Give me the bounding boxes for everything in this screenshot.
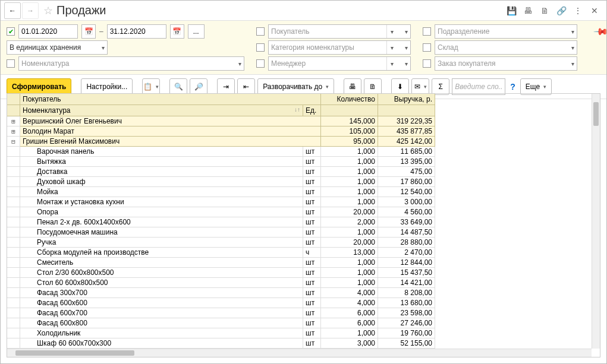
row-rev: 15 437,50 [378,268,435,278]
tree-line [7,258,20,268]
row-name[interactable]: Мойка [20,187,303,197]
row-unit: шт [303,278,321,288]
save-icon[interactable]: 💾 [505,4,518,17]
row-name[interactable]: Пенал 2-х дв. 600х1400х600 [20,217,303,227]
date-to-input[interactable] [107,24,166,39]
col-qty[interactable]: Количество [321,94,378,105]
order-checkbox[interactable] [423,59,431,68]
row-name[interactable]: Опора [20,207,303,217]
close-icon[interactable]: ✕ [588,4,601,17]
row-rev: 33 649,00 [378,217,435,227]
date-dots-button[interactable]: ... [188,24,205,39]
scrollbar-horizontal[interactable] [7,349,592,357]
row-rev: 14 487,50 [378,227,435,238]
row-name[interactable]: Стол 2/30 600х800х500 [20,268,303,278]
row-name[interactable]: Варочная панель [20,147,303,157]
print-button[interactable]: 🖶 [344,78,361,95]
nomenclature-select[interactable]: Номенклатура▾ [18,56,244,71]
tree-toggle[interactable]: ⊟ [7,137,20,147]
pin-icon[interactable]: 📌 [593,23,607,40]
row-rev: 4 560,00 [378,207,435,217]
row-name[interactable]: Холодильник [20,328,303,338]
tree-toggle[interactable]: ⊞ [7,116,20,126]
group-name[interactable]: Вершинский Олег Евгеньевич [20,116,321,126]
buyer-select[interactable]: Покупатель▾▾ [268,24,411,39]
row-name[interactable]: Фасад 600х800 [20,318,303,328]
row-unit: шт [303,258,321,268]
nomenclature-checkbox[interactable] [7,59,15,68]
settings-button[interactable]: Настройки... [81,78,133,95]
tree-line [7,147,20,157]
row-name[interactable]: Ручка [20,238,303,248]
row-name[interactable]: Смеситель [20,258,303,268]
group-name[interactable]: Володин Марат [20,126,321,137]
col-nomenclature[interactable]: Номенклатура [20,105,303,116]
group-qty: 95,000 [321,137,378,147]
generate-button[interactable]: Сформировать [7,78,71,95]
row-qty: 1,000 [321,268,378,278]
preview-icon[interactable]: 🗎 [538,4,551,17]
order-placeholder: Заказ покупателя [438,59,495,68]
preview-button[interactable]: 🗎 [364,78,382,95]
group-qty: 145,000 [321,116,378,126]
variants-button[interactable]: 📋▾ [142,78,160,95]
date-checkbox[interactable]: ✔ [7,27,15,36]
quick-find-input[interactable] [452,78,505,95]
group-name[interactable]: Гришин Евгений Максимович [20,137,321,147]
warehouse-select[interactable]: Склад▾ [435,40,577,55]
manager-select[interactable]: Менеджер▾▾ [268,56,411,71]
row-name[interactable]: Посудомоечная машина [20,227,303,238]
tree-line [7,197,20,207]
help-icon[interactable]: ? [510,82,515,91]
find-next-button[interactable]: 🔎 [190,78,207,95]
row-name[interactable]: Духовой шкаф [20,177,303,187]
col-buyer[interactable]: Покупатель [20,94,321,105]
row-name[interactable]: Стол 60 600х800х500 [20,278,303,288]
row-name[interactable]: Фасад 600х700 [20,308,303,318]
kebab-icon[interactable]: ⋮ [571,4,584,17]
buyer-checkbox[interactable] [256,27,265,36]
date-from-calendar[interactable]: 📅 [81,24,96,39]
expand-to-button[interactable]: Разворачивать до▾ [257,78,334,95]
save-button[interactable]: ⬇ [391,78,409,95]
col-unit[interactable]: Ед. [303,105,321,116]
row-name[interactable]: Вытяжка [20,157,303,167]
tree-toggle[interactable]: ⊞ [7,126,20,137]
forward-button[interactable]: → [22,2,39,19]
warehouse-checkbox[interactable] [423,43,431,52]
sum-button[interactable]: Σ [432,78,449,95]
category-select[interactable]: Категория номенклатуры▾▾ [268,40,411,55]
manager-checkbox[interactable] [256,59,265,68]
row-name[interactable]: Фасад 600х600 [20,298,303,308]
row-name[interactable]: Доставка [20,167,303,177]
units-select[interactable]: В единицах хранения▾ [7,40,108,55]
row-unit: шт [303,288,321,298]
expand-button[interactable]: ⇤ [237,78,255,95]
scrollbar-vertical[interactable] [592,94,600,349]
find-button[interactable]: 🔍 [169,78,187,95]
tree-line [7,338,20,349]
link-icon[interactable]: 🔗 [555,4,568,17]
row-name[interactable]: Монтаж и установка кухни [20,197,303,207]
row-qty: 1,000 [321,157,378,167]
department-select[interactable]: Подразделение▾ [435,24,577,39]
row-name[interactable]: Сборка модулей на производстве [20,248,303,258]
col-tree2 [7,105,20,116]
date-from-input[interactable] [18,24,78,39]
row-unit: шт [303,187,321,197]
order-select[interactable]: Заказ покупателя▾ [435,56,577,71]
print-icon[interactable]: 🖶 [521,4,534,17]
collapse-button[interactable]: ⇥ [217,78,235,95]
manager-placeholder: Менеджер [271,59,306,68]
back-button[interactable]: ← [4,2,21,19]
category-checkbox[interactable] [256,43,265,52]
col-revenue[interactable]: Выручка, р. [378,94,435,105]
row-name[interactable]: Фасад 300х700 [20,288,303,298]
send-button[interactable]: ✉▾ [411,78,429,95]
date-to-calendar[interactable]: 📅 [170,24,184,39]
favorite-icon[interactable]: ☆ [43,4,53,17]
group-rev: 425 142,00 [378,137,435,147]
more-button[interactable]: Еще▾ [520,78,552,95]
row-name[interactable]: Шкаф 60 600х700х300 [20,338,303,349]
department-checkbox[interactable] [423,27,431,36]
